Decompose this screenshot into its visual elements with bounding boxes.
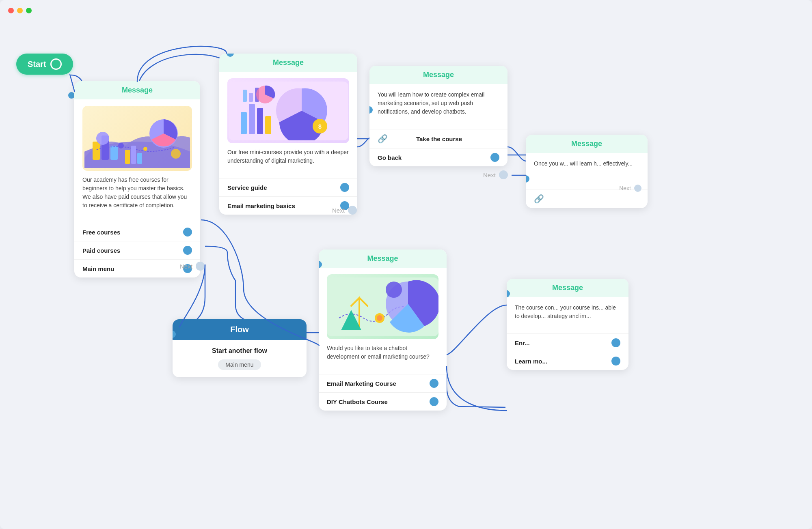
svg-point-6 xyxy=(143,147,147,151)
card-5: Message xyxy=(319,249,447,411)
card-3-text: You will learn how to create complex ema… xyxy=(378,90,499,116)
free-courses-label: Free courses xyxy=(82,229,120,236)
card-6-header: Message xyxy=(507,279,628,297)
svg-rect-7 xyxy=(125,150,130,164)
chart-illustration-5 xyxy=(327,277,438,336)
svg-rect-3 xyxy=(110,146,118,160)
card-2-body: $ Our free mini- xyxy=(219,72,357,178)
email-marketing-course-dot[interactable] xyxy=(430,379,438,388)
card-3-next-dot[interactable] xyxy=(499,170,508,179)
svg-rect-1 xyxy=(93,142,100,160)
card-2-text: Our free mini-courses provide you with a… xyxy=(227,148,349,165)
card-1-btn-paid-courses[interactable]: Paid courses xyxy=(74,241,200,259)
svg-point-5 xyxy=(118,143,124,148)
card-2-next: Next xyxy=(332,206,357,215)
card-3-btn-take-course[interactable]: 🔗 Take the course xyxy=(369,129,508,148)
card-1-next-dot[interactable] xyxy=(196,262,205,271)
card-5-btn-diy[interactable]: DIY Chatbots Course xyxy=(319,392,447,411)
card-4-text: Once you w... will learn h... effectivel… xyxy=(534,159,639,168)
card-1: Message xyxy=(74,81,200,277)
maximize-button[interactable] xyxy=(26,8,32,13)
card-5-image xyxy=(327,274,438,339)
card-1-next-label: Next xyxy=(180,263,192,270)
link-icon-2: 🔗 xyxy=(534,194,544,204)
paid-courses-dot[interactable] xyxy=(183,246,192,255)
card-1-btn-free-courses[interactable]: Free courses xyxy=(74,223,200,241)
card-3: Message You will learn how to create com… xyxy=(369,66,508,166)
flow-card-title: Start another flow xyxy=(181,347,298,355)
svg-point-28 xyxy=(386,282,402,298)
free-courses-dot[interactable] xyxy=(183,228,192,237)
svg-rect-18 xyxy=(257,108,263,134)
learn-more-label: Learn mo... xyxy=(515,358,547,365)
paid-courses-label: Paid courses xyxy=(82,247,120,254)
card-1-image xyxy=(82,106,192,171)
start-circle-icon xyxy=(50,58,62,70)
link-icon-1: 🔗 xyxy=(378,134,388,144)
flow-card-header: Flow xyxy=(173,319,307,340)
chart-illustration-2: $ xyxy=(229,82,348,140)
card-4-partial: Message Once you w... will learn h... ef… xyxy=(526,135,648,208)
service-guide-dot[interactable] xyxy=(340,183,349,192)
enroll-dot[interactable] xyxy=(611,338,620,347)
minimize-button[interactable] xyxy=(17,8,23,13)
card-6-text: The course con... your course ins... abl… xyxy=(515,303,620,320)
flow-card-body: Start another flow Main menu xyxy=(173,340,307,377)
svg-rect-16 xyxy=(241,112,247,134)
card-3-header: Message xyxy=(369,66,508,84)
diy-chatbots-dot[interactable] xyxy=(430,397,438,406)
svg-text:$: $ xyxy=(318,123,322,130)
svg-rect-20 xyxy=(243,90,247,102)
svg-rect-21 xyxy=(249,93,253,102)
svg-rect-9 xyxy=(137,153,142,164)
flow-tag: Main menu xyxy=(218,359,261,370)
card-1-next: Next xyxy=(180,262,205,271)
canvas: Start Message xyxy=(0,21,812,529)
card-2-image: $ xyxy=(227,78,349,143)
email-marketing-basics-label: Email marketing basics xyxy=(227,202,295,209)
start-out-dot xyxy=(68,92,75,99)
card-5-text: Would you like to take a chatbot develop… xyxy=(327,344,438,361)
card-5-body: Would you like to take a chatbot develop… xyxy=(319,268,447,374)
learn-more-dot[interactable] xyxy=(611,357,620,366)
app-window: Start Message xyxy=(0,0,812,529)
chart-illustration-1 xyxy=(84,109,190,168)
svg-point-26 xyxy=(377,315,382,321)
flow-card: Flow Start another flow Main menu xyxy=(173,319,307,377)
service-guide-label: Service guide xyxy=(227,184,267,191)
card-2-header: Message xyxy=(219,54,357,72)
enroll-label: Enr... xyxy=(515,340,530,346)
card-3-next: Next xyxy=(483,170,508,179)
card-4-link-row[interactable]: 🔗 xyxy=(526,189,648,208)
card-6-btn-enroll[interactable]: Enr... xyxy=(507,333,628,352)
svg-point-11 xyxy=(171,149,181,159)
svg-point-10 xyxy=(96,132,109,145)
card-2-btn-service-guide[interactable]: Service guide xyxy=(219,178,357,196)
card-3-next-label: Next xyxy=(483,172,496,178)
card-1-header: Message xyxy=(74,81,200,99)
card-5-header: Message xyxy=(319,249,447,268)
start-node[interactable]: Start xyxy=(16,54,73,75)
svg-rect-17 xyxy=(249,104,255,134)
card-6-btn-learn-more[interactable]: Learn mo... xyxy=(507,352,628,370)
card-4-next-dot[interactable] xyxy=(634,185,641,192)
titlebar xyxy=(0,0,812,21)
card-2-next-label: Next xyxy=(332,207,345,214)
card-4-next-label: Next xyxy=(619,185,631,191)
card-2-next-dot[interactable] xyxy=(348,206,357,215)
take-the-course-label: Take the course xyxy=(416,135,462,142)
card-4-header: Message xyxy=(526,135,648,153)
card-1-body: Our academy has free courses for beginne… xyxy=(74,99,200,223)
card-2: Message $ xyxy=(219,54,357,215)
go-back-dot[interactable] xyxy=(490,153,499,162)
close-button[interactable] xyxy=(8,8,14,13)
diy-chatbots-label: DIY Chatbots Course xyxy=(327,398,388,405)
main-menu-label: Main menu xyxy=(82,265,114,272)
start-label: Start xyxy=(28,60,46,69)
svg-rect-19 xyxy=(265,116,271,134)
go-back-label: Go back xyxy=(378,154,402,161)
card-3-btn-go-back[interactable]: Go back xyxy=(369,148,508,166)
card-6-partial: Message The course con... your course in… xyxy=(507,279,628,370)
card-3-body: You will learn how to create complex ema… xyxy=(369,84,508,129)
card-5-btn-email[interactable]: Email Marketing Course xyxy=(319,374,447,392)
